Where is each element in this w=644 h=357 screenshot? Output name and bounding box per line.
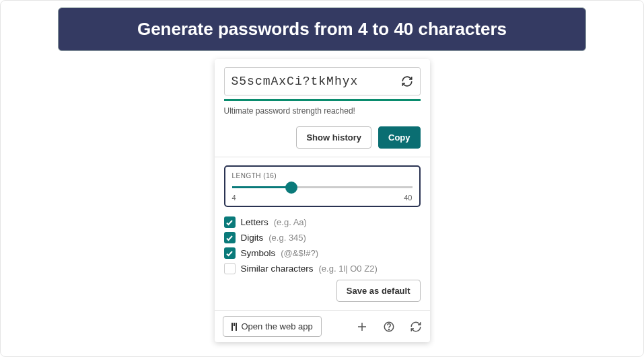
checkbox-letters[interactable] [224,216,236,228]
add-icon[interactable] [356,321,368,333]
option-symbols[interactable]: Symbols (@&$!#?) [224,247,421,259]
option-digits-hint: (e.g. 345) [269,233,306,243]
checkbox-digits[interactable] [224,232,236,243]
banner-title: Generate passwords from 4 to 40 characte… [58,7,586,51]
generator-output-section: S5scmAxCi?tkMhyx Ultimate password stren… [215,59,430,157]
options-group: Letters (e.g. Aa) Digits (e.g. 345) Symb… [224,216,421,274]
option-letters-label: Letters [241,217,269,227]
copy-button[interactable]: Copy [378,126,421,149]
option-symbols-hint: (@&$!#?) [281,248,318,258]
regenerate-icon[interactable] [401,75,413,87]
generator-settings-section: LENGTH (16) 4 40 Letters (e.g. Aa) [215,157,430,310]
password-text: S5scmAxCi?tkMhyx [231,75,401,88]
option-similar-hint: (e.g. 1l| O0 Z2) [319,264,378,274]
length-label: LENGTH (16) [232,172,413,180]
length-slider[interactable] [232,186,413,188]
length-max: 40 [404,194,412,202]
option-similar-label: Similar characters [241,264,314,274]
checkbox-similar[interactable] [224,263,236,274]
password-generator-panel: S5scmAxCi?tkMhyx Ultimate password stren… [215,59,430,342]
checkbox-symbols[interactable] [224,247,236,259]
option-letters-hint: (e.g. Aa) [274,217,307,227]
save-default-button[interactable]: Save as default [336,280,421,302]
strength-label: Ultimate password strength reached! [224,106,421,116]
show-history-button[interactable]: Show history [296,126,371,149]
option-symbols-label: Symbols [241,248,276,258]
option-letters[interactable]: Letters (e.g. Aa) [224,216,421,228]
option-digits-label: Digits [241,233,264,243]
sync-icon[interactable] [410,321,422,333]
svg-point-3 [388,329,389,329]
slider-thumb[interactable] [285,182,297,194]
help-icon[interactable] [383,321,395,333]
length-min: 4 [232,194,236,202]
open-web-app-label: Open the web app [242,321,313,331]
length-control: LENGTH (16) 4 40 [224,165,421,207]
password-display: S5scmAxCi?tkMhyx [224,67,421,95]
strength-bar [224,99,421,101]
footer-bar: Open the web app [215,310,430,342]
option-digits[interactable]: Digits (e.g. 345) [224,232,421,243]
app-logo-icon [231,323,237,331]
open-web-app-button[interactable]: Open the web app [223,316,322,337]
option-similar[interactable]: Similar characters (e.g. 1l| O0 Z2) [224,263,421,274]
